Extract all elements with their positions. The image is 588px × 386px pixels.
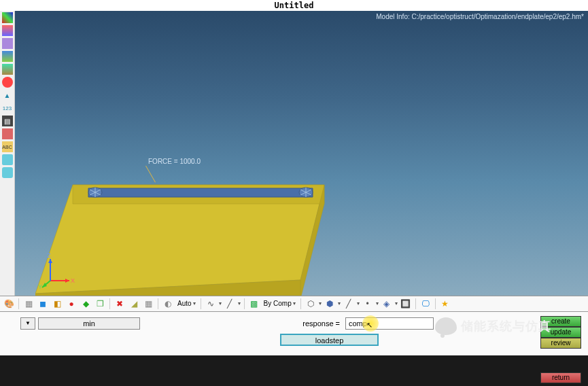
mesh-green-icon[interactable]: ▩ bbox=[248, 298, 260, 310]
shaded-icon[interactable]: ⬢ bbox=[324, 298, 336, 310]
edge-icon[interactable]: ╱ bbox=[343, 298, 355, 310]
viewport-3d[interactable]: Model Info: C:/practice/optistruct/Optim… bbox=[15, 11, 588, 296]
axis-z-label: Z bbox=[47, 252, 51, 259]
window-title: Untitled bbox=[0, 0, 588, 11]
erase-icon[interactable]: ◢ bbox=[128, 298, 140, 310]
force-annotation: FORCE = 1000.0 bbox=[148, 158, 201, 165]
svg-marker-2 bbox=[88, 188, 313, 197]
model-info-text: Model Info: C:/practice/optistruct/Optim… bbox=[376, 13, 584, 20]
sphere-red-icon[interactable]: ● bbox=[65, 298, 77, 310]
tool-icon-2[interactable] bbox=[2, 25, 13, 36]
axis-x-label: X bbox=[71, 277, 75, 284]
tool-icon-4[interactable] bbox=[2, 51, 13, 62]
star-icon[interactable]: ★ bbox=[439, 298, 451, 310]
response-label: response = bbox=[298, 319, 343, 328]
tool-icon-3[interactable] bbox=[2, 38, 13, 49]
shade-icon[interactable]: ◐ bbox=[162, 298, 174, 310]
trans-icon[interactable]: ◈ bbox=[381, 298, 393, 310]
point-icon[interactable]: • bbox=[362, 298, 374, 310]
monitor-icon[interactable]: 🖵 bbox=[419, 298, 432, 310]
curve-dd[interactable]: ▾ bbox=[219, 300, 222, 306]
auto-dropdown[interactable]: Auto▾ bbox=[176, 300, 197, 307]
tool-icon-1[interactable] bbox=[2, 12, 13, 23]
axis-y-label: Y bbox=[38, 283, 42, 289]
grid-icon[interactable]: ▦ bbox=[142, 298, 154, 310]
color-grid-icon[interactable]: 🔲 bbox=[400, 298, 412, 310]
axis-triad: X Z Y bbox=[38, 251, 76, 289]
tool-icon-9[interactable]: ▤ bbox=[2, 116, 13, 126]
loadstep-button[interactable]: loadstep bbox=[280, 334, 379, 346]
tool-icon-6[interactable] bbox=[2, 77, 13, 88]
min-button[interactable]: min bbox=[38, 317, 140, 330]
objective-type-toggle[interactable]: ▼ bbox=[20, 317, 35, 330]
tool-icon-11[interactable]: ABC bbox=[2, 141, 13, 152]
delete-x-icon[interactable]: ✖ bbox=[114, 298, 126, 310]
svg-marker-10 bbox=[48, 259, 52, 263]
tool-icon-5[interactable] bbox=[2, 64, 13, 75]
display-toolbar: 🎨 ▦ ◼ ◧ ● ◆ ❐ ✖ ◢ ▦ ◐ Auto▾ ∿ ▾ ╱ ▾ ▩ By… bbox=[0, 296, 588, 312]
line-icon[interactable]: ╱ bbox=[224, 298, 236, 310]
footer-area: return bbox=[0, 355, 588, 386]
cube-green-icon[interactable]: ◆ bbox=[80, 298, 92, 310]
left-toolbar: ▲ 123 ▤ ABC bbox=[0, 11, 15, 296]
review-button[interactable]: review bbox=[540, 338, 581, 349]
svg-marker-8 bbox=[65, 279, 69, 283]
color-swatch-icon[interactable]: 🎨 bbox=[3, 298, 15, 310]
wechat-icon bbox=[435, 317, 457, 335]
line-dd[interactable]: ▾ bbox=[238, 300, 241, 306]
tool-icon-8[interactable]: 123 bbox=[2, 103, 13, 113]
bycomp-dropdown[interactable]: By Comp▾ bbox=[262, 300, 297, 307]
curve-icon[interactable]: ∿ bbox=[205, 298, 217, 310]
cursor-pointer-icon: ↖ bbox=[366, 319, 373, 330]
tool-icon-12[interactable] bbox=[2, 154, 13, 165]
return-button[interactable]: return bbox=[540, 372, 581, 383]
cube-wire-icon[interactable]: ▦ bbox=[22, 298, 35, 310]
wireframe-icon[interactable]: ⬡ bbox=[305, 298, 317, 310]
model-geometry bbox=[35, 171, 334, 296]
cube-solid-blue-icon[interactable]: ◼ bbox=[37, 298, 49, 310]
tool-icon-13[interactable] bbox=[2, 167, 13, 178]
tool-icon-10[interactable] bbox=[2, 128, 13, 139]
cube-iso-icon[interactable]: ◧ bbox=[51, 298, 63, 310]
tool-icon-7[interactable]: ▲ bbox=[2, 90, 13, 101]
watermark-text: 储能系统与仿真 bbox=[461, 318, 551, 334]
panel-area: ▼ min response = comp ↖ loadstep create … bbox=[0, 312, 588, 355]
response-input[interactable]: comp ↖ bbox=[345, 317, 434, 330]
watermark-overlay: 储能系统与仿真 bbox=[435, 317, 551, 335]
layers-icon[interactable]: ❐ bbox=[94, 298, 106, 310]
